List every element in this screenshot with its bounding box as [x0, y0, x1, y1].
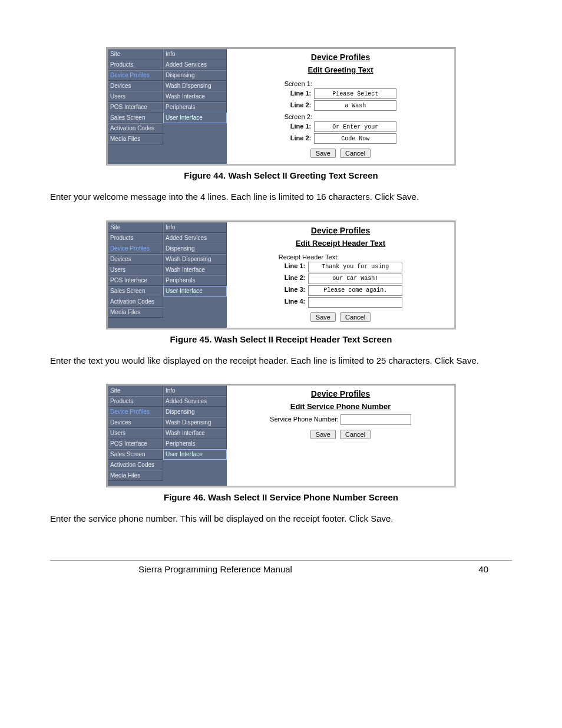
nav-pos-interface[interactable]: POS Interface: [108, 102, 163, 113]
figure-45: Site Products Device Profiles Devices Us…: [50, 220, 512, 330]
subnav-added-services[interactable]: Added Services: [163, 233, 227, 243]
subnav-added-services[interactable]: Added Services: [163, 60, 227, 70]
subnav-user-interface[interactable]: User Interface: [163, 449, 227, 460]
service-phone-input[interactable]: [340, 414, 411, 425]
receipt-line2-input[interactable]: [308, 274, 402, 284]
footer-page: 40: [478, 564, 488, 574]
subnav-user-interface[interactable]: User Interface: [163, 113, 227, 123]
save-button[interactable]: Save: [310, 149, 336, 158]
footer-rule: [50, 560, 512, 561]
screen-2-label: Screen 2:: [285, 113, 397, 120]
app-screenshot-45: Site Products Device Profiles Devices Us…: [106, 220, 456, 330]
screen1-line1-input[interactable]: [314, 88, 396, 99]
subnav-info[interactable]: Info: [163, 386, 227, 396]
subnav-peripherals[interactable]: Peripherals: [163, 102, 227, 113]
subnav-wash-interface[interactable]: Wash Interface: [163, 428, 227, 439]
subnav-peripherals[interactable]: Peripherals: [163, 439, 227, 449]
nav-products[interactable]: Products: [108, 60, 163, 70]
cancel-button[interactable]: Cancel: [340, 430, 371, 439]
subnav-wash-interface[interactable]: Wash Interface: [163, 91, 227, 102]
receipt-line3-input[interactable]: [308, 285, 402, 296]
figure-45-caption: Figure 45. Wash Select II Receipt Header…: [50, 334, 512, 344]
line-2-label: Line 2:: [290, 101, 311, 108]
figure-46: Site Products Device Profiles Devices Us…: [50, 384, 512, 487]
subnav-wash-dispensing[interactable]: Wash Dispensing: [163, 254, 227, 265]
figure-44-caption: Figure 44. Wash Select II Greeting Text …: [50, 170, 512, 180]
nav-sales-screen[interactable]: Sales Screen: [108, 286, 163, 297]
receipt-line4-input[interactable]: [308, 297, 402, 308]
subnav-dispensing[interactable]: Dispensing: [163, 70, 227, 81]
line-1-label: Line 1:: [290, 90, 311, 97]
nav-media-files[interactable]: Media Files: [108, 470, 163, 481]
nav-products[interactable]: Products: [108, 233, 163, 243]
subnav-user-interface[interactable]: User Interface: [163, 286, 227, 297]
nav-column: Site Products Device Profiles Devices Us…: [108, 49, 163, 164]
nav-site[interactable]: Site: [108, 386, 163, 396]
nav-devices[interactable]: Devices: [108, 81, 163, 91]
receipt-header-form: Receipt Header Text: Line 1: Line 2: Lin…: [279, 251, 403, 322]
nav-column: Site Products Device Profiles Devices Us…: [108, 386, 163, 486]
nav-sales-screen[interactable]: Sales Screen: [108, 449, 163, 460]
figure-46-caption: Figure 46. Wash Select II Service Phone …: [50, 492, 512, 502]
nav-activation-codes[interactable]: Activation Codes: [108, 297, 163, 307]
nav-sales-screen[interactable]: Sales Screen: [108, 113, 163, 123]
app-screenshot-44: Site Products Device Profiles Devices Us…: [106, 47, 456, 166]
subnav-wash-interface[interactable]: Wash Interface: [163, 265, 227, 275]
subnav-column: Info Added Services Dispensing Wash Disp…: [163, 222, 227, 328]
screen2-line1-input[interactable]: [314, 121, 396, 132]
subnav-added-services[interactable]: Added Services: [163, 396, 227, 407]
subnav-info[interactable]: Info: [163, 222, 227, 233]
subnav-info[interactable]: Info: [163, 49, 227, 60]
nav-media-files[interactable]: Media Files: [108, 307, 163, 318]
nav-activation-codes[interactable]: Activation Codes: [108, 460, 163, 470]
nav-activation-codes[interactable]: Activation Codes: [108, 123, 163, 134]
content-subtitle: Edit Service Phone Number: [232, 402, 449, 411]
content-subtitle: Edit Greeting Text: [232, 65, 449, 74]
subnav-peripherals[interactable]: Peripherals: [163, 275, 227, 286]
page-footer: Sierra Programming Reference Manual 40: [50, 564, 512, 574]
app-screenshot-46: Site Products Device Profiles Devices Us…: [106, 384, 456, 487]
figure-44: Site Products Device Profiles Devices Us…: [50, 47, 512, 166]
nav-users[interactable]: Users: [108, 265, 163, 275]
receipt-header-label: Receipt Header Text:: [279, 253, 403, 261]
save-button[interactable]: Save: [310, 312, 336, 322]
nav-column: Site Products Device Profiles Devices Us…: [108, 222, 163, 328]
subnav-column: Info Added Services Dispensing Wash Disp…: [163, 49, 227, 164]
nav-products[interactable]: Products: [108, 396, 163, 407]
content-title: Device Profiles: [232, 52, 449, 62]
nav-site[interactable]: Site: [108, 49, 163, 60]
nav-devices[interactable]: Devices: [108, 417, 163, 428]
nav-devices[interactable]: Devices: [108, 254, 163, 265]
line-1-label: Line 1:: [290, 123, 311, 130]
cancel-button[interactable]: Cancel: [340, 312, 371, 322]
nav-device-profiles[interactable]: Device Profiles: [108, 243, 163, 254]
subnav-dispensing[interactable]: Dispensing: [163, 243, 227, 254]
line-3-label: Line 3:: [285, 286, 305, 293]
nav-device-profiles[interactable]: Device Profiles: [108, 70, 163, 81]
content-panel: Device Profiles Edit Greeting Text Scree…: [227, 49, 454, 164]
line-4-label: Line 4:: [285, 298, 305, 305]
content-panel: Device Profiles Edit Service Phone Numbe…: [227, 386, 454, 486]
content-title: Device Profiles: [232, 389, 449, 398]
cancel-button[interactable]: Cancel: [340, 149, 371, 158]
nav-media-files[interactable]: Media Files: [108, 134, 163, 144]
nav-users[interactable]: Users: [108, 428, 163, 439]
screen1-line2-input[interactable]: [314, 100, 396, 111]
content-title: Device Profiles: [232, 226, 449, 235]
receipt-line1-input[interactable]: [308, 262, 402, 272]
nav-site[interactable]: Site: [108, 222, 163, 233]
save-button[interactable]: Save: [310, 430, 336, 439]
nav-users[interactable]: Users: [108, 91, 163, 102]
nav-device-profiles[interactable]: Device Profiles: [108, 407, 163, 417]
subnav-dispensing[interactable]: Dispensing: [163, 407, 227, 417]
line-2-label: Line 2:: [290, 134, 311, 141]
document-page: Site Products Device Profiles Devices Us…: [0, 0, 562, 592]
subnav-column: Info Added Services Dispensing Wash Disp…: [163, 386, 227, 486]
screen2-line2-input[interactable]: [314, 133, 396, 144]
figure-45-body: Enter the text you would like displayed …: [50, 355, 512, 367]
line-1-label: Line 1:: [285, 262, 305, 269]
subnav-wash-dispensing[interactable]: Wash Dispensing: [163, 81, 227, 91]
nav-pos-interface[interactable]: POS Interface: [108, 439, 163, 449]
nav-pos-interface[interactable]: POS Interface: [108, 275, 163, 286]
subnav-wash-dispensing[interactable]: Wash Dispensing: [163, 417, 227, 428]
